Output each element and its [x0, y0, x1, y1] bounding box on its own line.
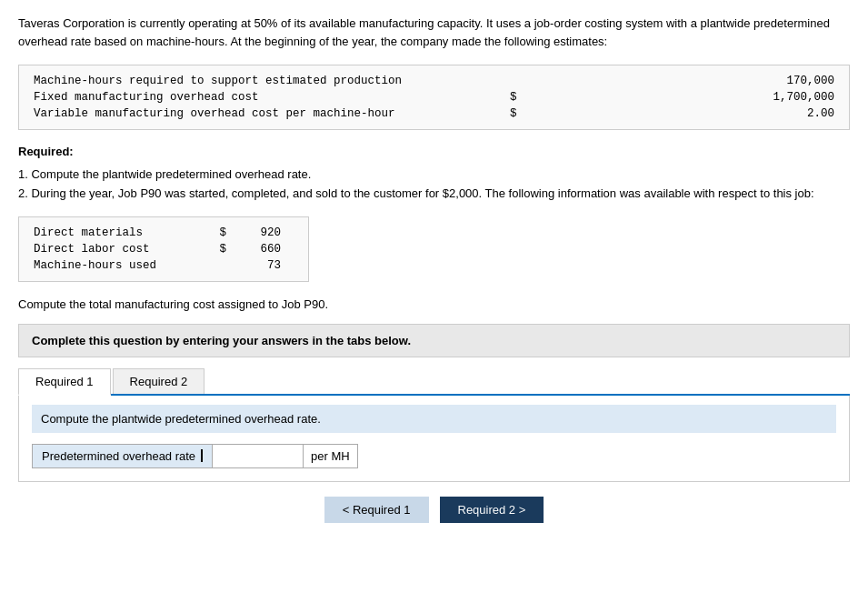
- input-row: Predetermined overhead rate per MH: [32, 444, 836, 468]
- tab-content-description: Compute the plantwide predetermined over…: [32, 405, 836, 433]
- prev-button[interactable]: < Required 1: [324, 497, 429, 523]
- job-row-symbol: $: [212, 241, 230, 257]
- job-row-value: 73: [230, 257, 284, 274]
- estimates-row-label: Machine-hours required to support estima…: [30, 73, 506, 89]
- estimates-row-value: 2.00: [521, 106, 838, 122]
- cursor-indicator: [201, 449, 203, 462]
- complete-box: Complete this question by entering your …: [18, 324, 850, 357]
- job-row-label: Direct materials: [30, 225, 212, 241]
- estimates-row-label: Fixed manufacturing overhead cost: [30, 89, 506, 106]
- per-mh-label: per MH: [304, 444, 358, 468]
- estimates-table: Machine-hours required to support estima…: [30, 73, 838, 122]
- job-row-label: Direct labor cost: [30, 241, 212, 257]
- estimates-row-value: 170,000: [521, 73, 838, 89]
- tab-required-2[interactable]: Required 2: [113, 368, 205, 394]
- tab-required-1[interactable]: Required 1: [18, 368, 111, 396]
- input-label-cell: Predetermined overhead rate: [32, 444, 213, 468]
- estimates-row-symbol: $: [506, 106, 521, 122]
- job-row-symbol: [212, 257, 230, 274]
- intro-paragraph: Taveras Corporation is currently operati…: [18, 15, 850, 50]
- input-label-text: Predetermined overhead rate: [42, 449, 195, 463]
- tab-content: Compute the plantwide predetermined over…: [18, 396, 850, 482]
- required-body: 1. Compute the plantwide predetermined o…: [18, 166, 850, 204]
- overhead-rate-input[interactable]: [213, 444, 304, 468]
- estimates-row-symbol: $: [506, 89, 521, 106]
- job-row-value: 920: [230, 225, 284, 241]
- job-table: Direct materials$920Direct labor cost$66…: [30, 225, 284, 274]
- estimates-table-container: Machine-hours required to support estima…: [18, 65, 850, 130]
- job-row-label: Machine-hours used: [30, 257, 212, 274]
- estimates-row-label: Variable manufacturing overhead cost per…: [30, 106, 506, 122]
- estimates-row-symbol: [506, 73, 521, 89]
- job-table-container: Direct materials$920Direct labor cost$66…: [18, 216, 309, 282]
- required-header: Required:: [18, 145, 850, 158]
- job-row-symbol: $: [212, 225, 230, 241]
- tabs-row: Required 1 Required 2: [18, 368, 850, 396]
- next-button[interactable]: Required 2 >: [440, 497, 544, 523]
- complete-box-text: Complete this question by entering your …: [32, 334, 411, 347]
- nav-buttons: < Required 1 Required 2 >: [18, 497, 850, 523]
- job-row-value: 660: [230, 241, 284, 257]
- compute-text: Compute the total manufacturing cost ass…: [18, 297, 850, 311]
- estimates-row-value: 1,700,000: [521, 89, 838, 106]
